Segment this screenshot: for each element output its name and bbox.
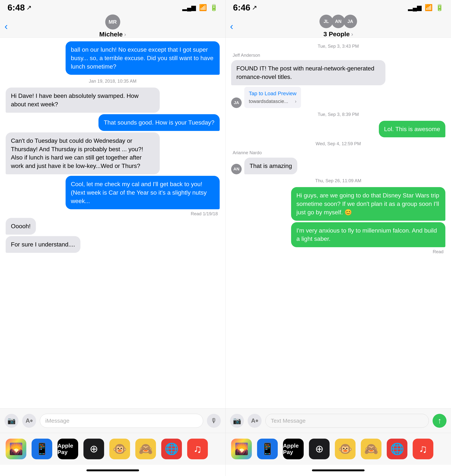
dock-photos-2[interactable]: 🌄 <box>231 439 252 459</box>
dock-activity-2[interactable]: ⊕ <box>309 439 330 459</box>
memoji2-icon-2: 🙈 <box>364 442 378 456</box>
bubble-g11: Hi guys, are we going to do that Disney … <box>291 187 445 221</box>
home-bar-1 <box>87 470 139 471</box>
status-icons-2: ▂▄▆ 📶 🔋 <box>408 4 444 11</box>
message-row-6: Cool, let me check my cal and I'll get b… <box>6 176 220 209</box>
battery-icon-1: 🔋 <box>210 4 218 11</box>
url-chevron: › <box>295 99 296 104</box>
dock-appstore-1[interactable]: 📱 <box>31 439 52 459</box>
camera-button-2[interactable]: 📷 <box>230 414 244 428</box>
dock-applepay-1[interactable]: Apple Pay <box>57 439 78 459</box>
bubble-g3: FOUND IT! The post with neural-network-g… <box>231 60 385 85</box>
dock-applepay-2[interactable]: Apple Pay <box>283 439 304 459</box>
memoji2-icon-1: 🙈 <box>139 442 153 456</box>
back-button-1[interactable]: ‹ <box>5 21 8 32</box>
message-row-4: That sounds good. How is your Tuesday? <box>6 114 220 131</box>
dock-web-2[interactable]: 🌐 <box>387 439 407 459</box>
group-info-2: JL AN JA 3 People › <box>319 15 357 38</box>
read-receipt-1: Read 1/19/18 <box>6 211 218 216</box>
input-placeholder-1: iMessage <box>45 418 69 424</box>
apps-button-1[interactable]: A ⊕ <box>22 414 36 428</box>
dock-memoji2-1[interactable]: 🙈 <box>135 439 156 459</box>
bubble-5: Can't do Tuesday but could do Wednesday … <box>6 132 160 174</box>
tap-to-load: Tap to Load Preview <box>249 91 296 97</box>
input-bar-1: 📷 A ⊕ iMessage 🎙 <box>0 408 225 433</box>
status-bar-2: 6:46 ↗ ▂▄▆ 📶 🔋 <box>226 0 451 15</box>
message-row-9: For sure I understand.... <box>6 236 220 253</box>
message-row-8: Ooooh! <box>6 218 220 235</box>
dock-2: 🌄 📱 Apple Pay ⊕ 🐵 🙈 🌐 ♫ <box>226 433 451 465</box>
message-row-g12: I'm very anxious to fly to millennium fa… <box>231 222 445 247</box>
memoji1-icon-2: 🐵 <box>338 442 352 456</box>
bubble-6: Cool, let me check my cal and I'll get b… <box>66 176 220 209</box>
sender-arianne: Arianne Nardo <box>233 150 445 155</box>
nav-bar-1: ‹ MR Michele › <box>0 15 225 37</box>
camera-icon-1: 📷 <box>7 417 16 425</box>
status-time-1: 6:48 <box>7 2 25 12</box>
link-preview-row: JA Tap to Load Preview towardsdatascie..… <box>231 87 445 108</box>
camera-button-1[interactable]: 📷 <box>5 414 19 428</box>
send-icon-2: ↑ <box>438 416 442 425</box>
dock-memoji1-1[interactable]: 🐵 <box>109 439 130 459</box>
message-row-g3: FOUND IT! The post with neural-network-g… <box>231 60 445 85</box>
send-button-2[interactable]: ↑ <box>432 414 446 428</box>
photos-icon-1: 🌄 <box>9 442 23 456</box>
messages-area-2: Tue, Sep 3, 3:43 PM Jeff Anderson FOUND … <box>226 37 451 408</box>
nav-bar-2: ‹ JL AN JA 3 People › <box>226 15 451 37</box>
group-avatar-an: AN <box>332 15 345 28</box>
dock-music-2[interactable]: ♫ <box>413 439 433 459</box>
web-icon-1: 🌐 <box>165 442 179 456</box>
avatar-ja-small: JA <box>231 98 242 108</box>
dock-appstore-2[interactable]: 📱 <box>257 439 278 459</box>
back-chevron-1: ‹ <box>5 21 8 32</box>
dock-music-1[interactable]: ♫ <box>187 439 208 459</box>
voice-icon-1: 🎙 <box>211 417 217 424</box>
contact-chevron-1: › <box>124 31 126 37</box>
sender-jeff: Jeff Anderson <box>233 53 445 58</box>
timestamp-g10: Thu, Sep 26, 11:09 AM <box>231 178 445 183</box>
dock-photos-1[interactable]: 🌄 <box>6 439 26 459</box>
dock-memoji2-2[interactable]: 🙈 <box>361 439 382 459</box>
read-receipt-2: Read <box>231 249 444 254</box>
timestamp-1: Jan 19, 2018, 10:35 AM <box>6 79 220 84</box>
web-icon-2: 🌐 <box>390 442 404 456</box>
wifi-icon-2: 📶 <box>425 4 432 11</box>
camera-icon-2: 📷 <box>233 417 241 425</box>
group-chevron-2: › <box>351 31 353 37</box>
input-placeholder-2: Text Message <box>271 418 306 424</box>
bubble-g12: I'm very anxious to fly to millennium fa… <box>291 222 445 247</box>
group-avatar-jl: JL <box>319 15 333 28</box>
music-icon-2: ♫ <box>419 442 427 455</box>
imessage-input-1[interactable]: iMessage <box>40 414 203 428</box>
home-indicator-1 <box>0 465 225 476</box>
location-icon-2: ↗ <box>252 4 257 11</box>
wifi-icon-1: 📶 <box>199 4 207 11</box>
url-text: towardsdatascie... <box>249 99 288 104</box>
dock-activity-1[interactable]: ⊕ <box>83 439 104 459</box>
activity-icon-1: ⊕ <box>90 443 98 455</box>
link-preview-card[interactable]: Tap to Load Preview towardsdatascie... › <box>244 87 301 108</box>
contact-info-1: MR Michele › <box>99 14 126 38</box>
bubble-g9: That is amazing <box>244 158 297 174</box>
voice-button-1[interactable]: 🎙 <box>207 414 221 428</box>
dock-memoji1-2[interactable]: 🐵 <box>335 439 356 459</box>
bubble-9: For sure I understand.... <box>6 236 81 253</box>
text-message-input-2[interactable]: Text Message <box>265 414 429 428</box>
location-icon-1: ↗ <box>26 4 31 11</box>
avatar-an-small: AN <box>231 164 242 174</box>
signal-icon-1: ▂▄▆ <box>182 4 196 11</box>
status-icons-1: ▂▄▆ 📶 🔋 <box>182 4 218 11</box>
back-button-2[interactable]: ‹ <box>230 21 233 32</box>
contact-name-1: Michele <box>99 31 123 38</box>
home-bar-2 <box>312 470 364 471</box>
timestamp-g5: Tue, Sep 3, 8:39 PM <box>231 112 445 117</box>
message-row-5: Can't do Tuesday but could do Wednesday … <box>6 132 220 174</box>
timestamp-g1: Tue, Sep 3, 3:43 PM <box>231 43 445 49</box>
input-bar-2: 📷 A ⊕ Text Message ↑ <box>226 408 451 433</box>
dock-web-1[interactable]: 🌐 <box>161 439 182 459</box>
message-row-g11: Hi guys, are we going to do that Disney … <box>231 187 445 221</box>
bubble-4: That sounds good. How is your Tuesday? <box>99 114 220 131</box>
group-name-2: 3 People <box>323 31 350 38</box>
apps-button-2[interactable]: A ⊕ <box>248 414 262 428</box>
home-indicator-2 <box>226 465 451 476</box>
